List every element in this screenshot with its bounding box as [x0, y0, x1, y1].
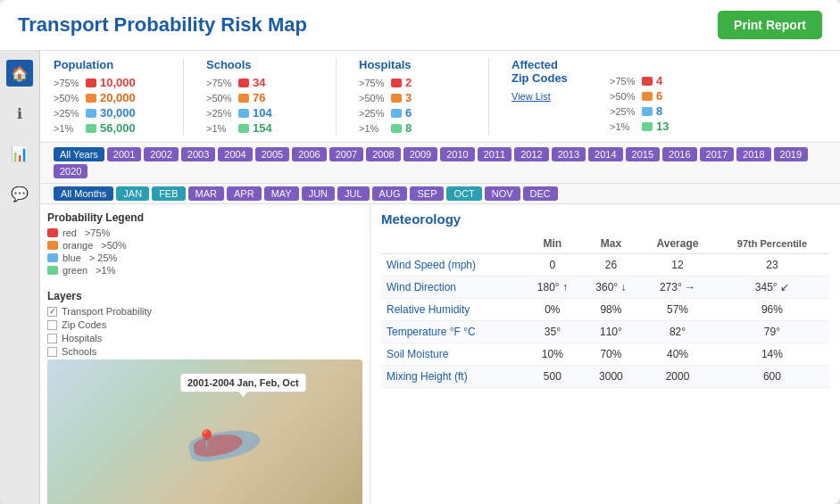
stat-threshold: >50% — [610, 91, 638, 102]
stat-row: >25% 6 — [359, 106, 466, 120]
meteo-row-avg: 40% — [640, 343, 715, 366]
month-button-may[interactable]: MAY — [264, 186, 299, 201]
legend-item-green: green >1% — [47, 265, 362, 276]
month-filter-bar: All Months JAN FEB MAR APR MAY JUN JUL A… — [40, 184, 840, 204]
layer-item-zip[interactable]: Zip Codes — [47, 319, 362, 330]
year-button-2010[interactable]: 2010 — [440, 147, 474, 161]
month-button-sep[interactable]: SEP — [410, 186, 444, 201]
year-button-2004[interactable]: 2004 — [218, 147, 252, 161]
schools-stat-group: Schools >75% 34 >50% 76 >25% 104 — [206, 58, 313, 135]
year-button-2014[interactable]: 2014 — [588, 147, 622, 161]
month-button-apr[interactable]: APR — [227, 186, 262, 201]
stat-row: >25% 30,000 — [54, 106, 161, 120]
year-button-2009[interactable]: 2009 — [403, 147, 437, 161]
meteo-row-label: Soil Moisture — [381, 343, 523, 366]
table-row: Mixing Height (ft) 500 3000 2000 600 — [381, 366, 829, 388]
month-button-dec[interactable]: DEC — [523, 186, 558, 201]
month-button-mar[interactable]: MAR — [188, 186, 224, 201]
map-container[interactable]: 2001-2004 Jan, Feb, Oct 📍 — [47, 359, 362, 504]
stat-dot-red — [642, 77, 653, 86]
year-button-2020[interactable]: 2020 — [54, 164, 87, 178]
month-button-jan[interactable]: JAN — [116, 186, 149, 201]
sidebar-item-chart[interactable]: 📊 — [6, 140, 33, 167]
view-list-link[interactable]: View List — [511, 91, 592, 102]
layer-label-transport: Transport Probability — [62, 306, 152, 317]
col-header-max: Max — [582, 234, 641, 254]
layer-item-schools[interactable]: Schools — [47, 346, 362, 357]
stat-row: >25% 8 — [610, 104, 669, 118]
year-button-2007[interactable]: 2007 — [329, 147, 363, 161]
table-header-row: Min Max Average 97th Percentile — [381, 234, 829, 254]
year-button-2005[interactable]: 2005 — [255, 147, 289, 161]
map-tooltip: 2001-2004 Jan, Feb, Oct — [179, 373, 307, 392]
year-button-2012[interactable]: 2012 — [514, 147, 548, 161]
layer-checkbox-schools[interactable] — [47, 347, 57, 357]
stat-dot-red — [238, 78, 249, 87]
legend-dot-red — [47, 228, 58, 237]
sidebar-item-home[interactable]: 🏠 — [6, 60, 33, 87]
stat-dot-blue — [642, 107, 653, 116]
month-button-nov[interactable]: NOV — [485, 186, 520, 201]
meteo-row-label: Mixing Height (ft) — [381, 366, 523, 388]
month-button-aug[interactable]: AUG — [372, 186, 408, 201]
app-container: Transport Probability Risk Map Print Rep… — [0, 0, 840, 504]
meteo-row-min: 0 — [523, 254, 582, 277]
stat-threshold: >50% — [359, 93, 387, 103]
layer-checkbox-transport[interactable]: ✓ — [47, 307, 57, 317]
meteo-row-p97: 23 — [715, 254, 829, 277]
meteo-row-p97: 14% — [715, 343, 829, 366]
year-button-2019[interactable]: 2019 — [774, 147, 808, 161]
all-years-button[interactable]: All Years — [54, 147, 104, 161]
year-button-2015[interactable]: 2015 — [626, 147, 660, 161]
meteorology-panel: Meteorology Min Max Average 97th Percent… — [370, 204, 840, 504]
sidebar-item-info[interactable]: ℹ — [6, 100, 33, 127]
month-button-jul[interactable]: JUL — [337, 186, 370, 201]
stat-row: >75% 10,000 — [54, 76, 161, 89]
year-button-2018[interactable]: 2018 — [736, 147, 770, 161]
layer-checkbox-hospitals[interactable] — [47, 334, 57, 343]
year-button-2013[interactable]: 2013 — [552, 147, 586, 161]
meteo-row-max: 360° ↓ — [582, 277, 641, 299]
stat-row: >1% 154 — [206, 121, 313, 135]
affected-zip-values: >75% 4 >50% 6 >25% 8 >1 — [610, 74, 669, 133]
map-panel: Probability Legend red >75% orange >50% — [40, 204, 370, 504]
month-button-feb[interactable]: FEB — [152, 186, 185, 201]
year-button-2011[interactable]: 2011 — [478, 147, 511, 161]
year-button-2008[interactable]: 2008 — [366, 147, 400, 161]
stat-dot-orange — [642, 92, 653, 101]
affected-zip-stat-group: Affected Zip Codes View List — [511, 58, 592, 102]
sidebar-item-message[interactable]: 💬 — [6, 180, 33, 207]
legend-item-orange: orange >50% — [47, 240, 362, 251]
legend-item-blue: blue > 25% — [47, 252, 362, 263]
legend-threshold-orange: >50% — [101, 240, 126, 251]
stat-row: >75% 34 — [206, 76, 313, 89]
month-button-jun[interactable]: JUN — [302, 186, 335, 201]
layer-checkbox-zip[interactable] — [47, 320, 57, 330]
layer-item-transport[interactable]: ✓ Transport Probability — [47, 306, 362, 317]
stat-dot-green — [86, 124, 96, 133]
divider — [183, 58, 184, 135]
stat-threshold: >1% — [610, 121, 638, 132]
main-content: 🏠 ℹ 📊 💬 Population >75% 10,000 >50% — [0, 51, 840, 504]
meteo-row-p97: 79° — [715, 321, 829, 343]
meteo-row-min: 35° — [523, 321, 582, 343]
stat-threshold: >75% — [206, 78, 235, 88]
all-months-button[interactable]: All Months — [54, 186, 113, 201]
header: Transport Probability Risk Map Print Rep… — [0, 0, 840, 51]
year-button-2003[interactable]: 2003 — [181, 147, 215, 161]
stat-dot-green — [238, 124, 249, 133]
sidebar: 🏠 ℹ 📊 💬 — [0, 51, 40, 504]
year-button-2002[interactable]: 2002 — [144, 147, 178, 161]
year-button-2006[interactable]: 2006 — [292, 147, 326, 161]
meteo-row-max: 98% — [582, 299, 641, 321]
month-button-oct[interactable]: OCT — [446, 186, 481, 201]
year-button-2016[interactable]: 2016 — [662, 147, 696, 161]
meteo-row-min: 500 — [523, 366, 582, 388]
print-report-button[interactable]: Print Report — [718, 11, 822, 39]
layer-item-hospitals[interactable]: Hospitals — [47, 333, 362, 343]
year-button-2017[interactable]: 2017 — [700, 147, 734, 161]
stat-threshold: >1% — [359, 123, 387, 134]
year-button-2001[interactable]: 2001 — [107, 147, 141, 161]
stat-threshold: >25% — [54, 108, 82, 119]
schools-title: Schools — [206, 58, 313, 71]
